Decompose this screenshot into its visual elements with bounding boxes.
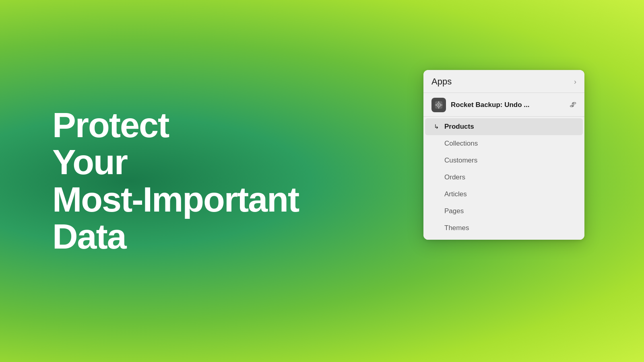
dropdown-header: Apps ›	[423, 70, 584, 93]
menu-item-collections[interactable]: Collections	[423, 135, 584, 152]
menu-item-articles[interactable]: Articles	[423, 186, 584, 203]
menu-item-products[interactable]: ↳ Products	[425, 118, 583, 135]
app-row: Rocket Backup: Undo ... 🖇	[423, 93, 584, 116]
menu-items-container: ↳ Products Collections Customers Orders …	[423, 117, 584, 240]
menu-item-pages-label: Pages	[444, 207, 464, 215]
menu-item-themes[interactable]: Themes	[423, 220, 584, 237]
menu-item-customers-label: Customers	[444, 156, 477, 165]
app-icon	[431, 98, 446, 112]
hero-text: Protect Your Most-Important Data	[52, 107, 299, 255]
pin-icon: 🖇	[570, 101, 576, 109]
menu-item-customers[interactable]: Customers	[423, 152, 584, 169]
arrow-indicator: ↳	[434, 123, 439, 130]
menu-item-products-label: Products	[444, 123, 474, 131]
app-name: Rocket Backup: Undo ...	[451, 101, 565, 109]
menu-item-orders[interactable]: Orders	[423, 169, 584, 186]
dropdown-card: Apps › Rocket Backup: Undo ... 🖇 ↳ Produ…	[423, 70, 584, 240]
hero-line-1: Protect	[52, 105, 169, 145]
menu-item-orders-label: Orders	[444, 173, 465, 181]
hero-line-2: Your	[52, 142, 127, 182]
hero-line-4: Data	[52, 216, 126, 256]
chevron-right-icon: ›	[574, 78, 576, 86]
menu-item-collections-label: Collections	[444, 140, 478, 148]
menu-item-pages[interactable]: Pages	[423, 203, 584, 220]
menu-item-articles-label: Articles	[444, 190, 467, 198]
hero-line-3: Most-Important	[52, 179, 299, 219]
svg-point-2	[438, 104, 440, 106]
menu-item-themes-label: Themes	[444, 224, 469, 232]
dropdown-title: Apps	[431, 76, 452, 87]
